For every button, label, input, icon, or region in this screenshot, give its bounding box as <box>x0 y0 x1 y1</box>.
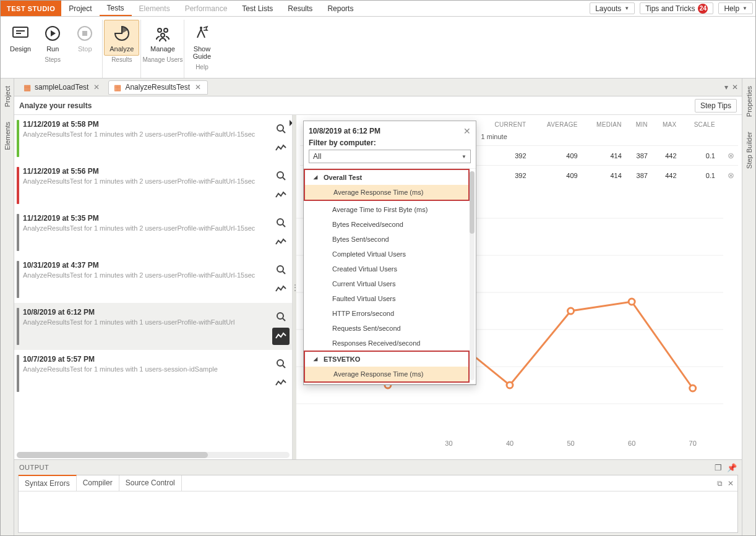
col-header: SCALE <box>681 117 719 132</box>
ribbon-manage[interactable]: Manage <box>145 20 181 56</box>
delete-row-icon[interactable]: ⊗ <box>728 151 734 160</box>
result-description: AnalyzeResultsTest for 1 minutes with 2 … <box>23 271 270 279</box>
ribbon-design[interactable]: Design <box>4 20 37 56</box>
tree-metric[interactable]: Created Virtual Users <box>304 262 476 276</box>
filter-computer-dropdown[interactable]: All ▼ <box>309 150 471 163</box>
result-item[interactable]: 11/12/2019 at 5:56 PM AnalyzeResultsTest… <box>14 162 292 209</box>
doc-tab-sampleloadtest[interactable]: ▦ sampleLoadTest ✕ <box>18 80 106 95</box>
tips-tricks-button[interactable]: Tips and Tricks24 <box>640 2 713 14</box>
tree-metric[interactable]: Requests Sent/second <box>304 321 476 336</box>
popup-title: 10/8/2019 at 6:12 PM <box>309 127 380 135</box>
tree-metric[interactable]: Average Time to First Byte (ms) <box>304 202 476 217</box>
output-tab-compiler[interactable]: Compiler <box>77 475 119 491</box>
chart-icon[interactable] <box>272 140 290 157</box>
brand-logo: TEST STUDIO <box>1 1 61 16</box>
help-dropdown[interactable]: Help▼ <box>718 2 753 14</box>
tree-metric[interactable]: Average Response Time (ms) <box>305 185 468 200</box>
tree-group[interactable]: ETSVETKO <box>305 352 468 367</box>
doc-tab-analyzeresultstest[interactable]: ▦ AnalyzeResultsTest ✕ <box>108 80 208 95</box>
result-item[interactable]: 11/12/2019 at 5:35 PM AnalyzeResultsTest… <box>14 209 292 256</box>
svg-point-8 <box>277 125 283 131</box>
close-tab-icon[interactable]: ✕ <box>92 83 101 91</box>
output-window-icon[interactable]: ❐ <box>715 463 722 472</box>
svg-line-9 <box>283 130 285 133</box>
svg-rect-0 <box>13 27 28 37</box>
side-properties[interactable]: Properties <box>745 79 753 124</box>
layouts-dropdown[interactable]: Layouts▼ <box>590 2 635 14</box>
tabs-close-all-icon[interactable]: ✕ <box>732 83 738 91</box>
tree-metric[interactable]: Faulted Virtual Users <box>304 291 476 306</box>
step-tips-button[interactable]: Step Tips <box>695 99 737 113</box>
tabs-menu-icon[interactable]: ▾ <box>724 83 728 91</box>
chevron-down-icon: ▼ <box>624 6 629 11</box>
chart-icon[interactable] <box>272 328 290 345</box>
menu-results[interactable]: Results <box>280 1 320 16</box>
metrics-tree: Overall TestAverage Response Time (ms)Av… <box>304 168 476 385</box>
zoom-icon[interactable] <box>272 308 290 325</box>
run-icon <box>42 23 63 44</box>
tree-metric[interactable]: Bytes Received/second <box>304 217 476 232</box>
test-file-icon: ▦ <box>114 83 121 92</box>
zoom-icon[interactable] <box>272 355 290 372</box>
svg-line-17 <box>283 318 285 321</box>
ribbon-run[interactable]: Run <box>37 20 69 56</box>
side-elements[interactable]: Elements <box>4 114 11 158</box>
svg-point-14 <box>277 266 283 272</box>
ribbon-show-guide[interactable]: Show Guide <box>186 20 218 63</box>
output-pin-icon[interactable]: 📌 <box>727 463 737 472</box>
zoom-icon[interactable] <box>272 214 290 231</box>
col-header: CURRENT <box>478 117 530 132</box>
tree-metric[interactable]: HTTP Errors/second <box>304 306 476 321</box>
result-timestamp: 10/31/2019 at 4:37 PM <box>23 261 270 270</box>
output-tab-syntax[interactable]: Syntax Errors <box>19 475 77 491</box>
result-item[interactable]: 10/31/2019 at 4:37 PM AnalyzeResultsTest… <box>14 256 292 303</box>
svg-rect-3 <box>82 31 87 36</box>
chart-icon[interactable] <box>272 234 290 251</box>
svg-text:50: 50 <box>567 440 574 447</box>
menu-elements[interactable]: Elements <box>132 1 178 16</box>
delete-row-icon[interactable]: ⊗ <box>728 171 734 180</box>
result-item[interactable]: 10/8/2019 at 6:12 PM AnalyzeResultsTest … <box>14 303 292 350</box>
side-step-builder[interactable]: Step Builder <box>745 124 753 176</box>
menu-performance[interactable]: Performance <box>178 1 235 16</box>
chart-icon[interactable] <box>272 375 290 392</box>
zoom-icon[interactable] <box>272 261 290 278</box>
tree-metric[interactable]: Responses Received/second <box>304 336 476 351</box>
col-header: MAX <box>651 117 681 132</box>
menu-tests[interactable]: Tests <box>100 1 132 16</box>
tree-metric[interactable]: Completed Virtual Users <box>304 247 476 262</box>
ribbon-stop: Stop <box>69 20 101 56</box>
chart-icon[interactable] <box>272 187 290 204</box>
tree-metric[interactable]: Bytes Sent/second <box>304 232 476 247</box>
side-project[interactable]: Project <box>4 79 11 114</box>
menu-test-lists[interactable]: Test Lists <box>234 1 280 16</box>
status-bar <box>17 261 19 298</box>
svg-point-10 <box>277 172 283 178</box>
tree-metric[interactable]: Average Response Time (ms) <box>305 367 468 381</box>
ribbon-analyze[interactable]: Analyze <box>104 20 139 56</box>
menu-reports[interactable]: Reports <box>320 1 361 16</box>
status-bar <box>17 120 19 157</box>
menu-project[interactable]: Project <box>61 1 99 16</box>
tree-scrollbar[interactable] <box>470 171 475 380</box>
zoom-icon[interactable] <box>272 167 290 184</box>
chevron-down-icon: ▼ <box>462 154 466 160</box>
popup-close-icon[interactable]: ✕ <box>463 126 471 136</box>
svg-text:60: 60 <box>628 440 635 447</box>
result-timestamp: 11/12/2019 at 5:35 PM <box>23 214 270 223</box>
result-description: AnalyzeResultsTest for 1 minutes with 2 … <box>23 177 270 185</box>
result-item[interactable]: 10/7/2019 at 5:57 PM AnalyzeResultsTest … <box>14 350 292 397</box>
tree-metric[interactable]: Current Virtual Users <box>304 276 476 291</box>
close-tab-icon[interactable]: ✕ <box>194 83 202 91</box>
clear-icon[interactable]: ✕ <box>728 479 734 488</box>
zoom-icon[interactable] <box>272 120 290 137</box>
svg-line-13 <box>283 224 285 227</box>
horizontal-scrollbar[interactable] <box>17 452 290 458</box>
result-item[interactable]: 11/12/2019 at 5:58 PM AnalyzeResultsTest… <box>14 115 292 162</box>
output-tab-source[interactable]: Source Control <box>119 475 182 491</box>
chart-icon[interactable] <box>272 281 290 298</box>
status-bar <box>17 355 19 392</box>
tree-group[interactable]: Overall Test <box>305 170 468 185</box>
svg-point-5 <box>164 28 168 32</box>
copy-icon[interactable]: ⧉ <box>717 479 723 488</box>
